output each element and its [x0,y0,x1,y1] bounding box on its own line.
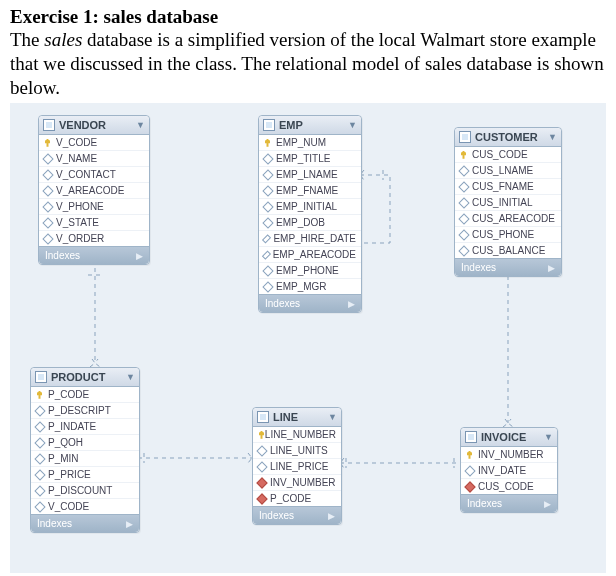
chevron-down-icon[interactable]: ▼ [328,412,337,422]
column-row[interactable]: P_QOH [31,434,139,450]
column-row[interactable]: EMP_AREACODE [259,246,361,262]
column-row[interactable]: P_CODE [253,490,341,506]
column-row[interactable]: V_CONTACT [39,166,149,182]
diamond-icon [460,247,468,255]
table-header[interactable]: VENDOR ▼ [39,116,149,135]
column-row[interactable]: CUS_LNAME [455,162,561,178]
indexes-bar[interactable]: Indexes▶ [31,514,139,532]
column-row[interactable]: EMP_FNAME [259,182,361,198]
column-row[interactable]: V_ORDER [39,230,149,246]
diamond-icon [44,203,52,211]
column-row[interactable]: EMP_INITIAL [259,198,361,214]
table-vendor[interactable]: VENDOR ▼ V_CODEV_NAMEV_CONTACTV_AREACODE… [38,115,150,265]
table-title: CUSTOMER [475,131,538,143]
indexes-bar[interactable]: Indexes▶ [259,294,361,312]
table-icon [465,431,477,443]
table-header[interactable]: LINE ▼ [253,408,341,427]
table-header[interactable]: EMP ▼ [259,116,361,135]
table-header[interactable]: INVOICE ▼ [461,428,557,447]
column-row[interactable]: P_DISCOUNT [31,482,139,498]
triangle-right-icon: ▶ [136,251,143,261]
column-name: V_CONTACT [56,169,116,180]
table-customer[interactable]: CUSTOMER ▼ CUS_CODECUS_LNAMECUS_FNAMECUS… [454,127,562,277]
column-name: V_CODE [48,501,89,512]
column-row[interactable]: EMP_DOB [259,214,361,230]
table-title: LINE [273,411,298,423]
column-name: P_DESCRIPT [48,405,111,416]
column-row[interactable]: INV_NUMBER [461,447,557,462]
column-row[interactable]: CUS_CODE [461,478,557,494]
column-row[interactable]: V_PHONE [39,198,149,214]
column-row[interactable]: CUS_FNAME [455,178,561,194]
column-row[interactable]: P_CODE [31,387,139,402]
column-name: CUS_BALANCE [472,245,545,256]
indexes-label: Indexes [461,262,496,273]
column-row[interactable]: LINE_UNITS [253,442,341,458]
column-row[interactable]: EMP_NUM [259,135,361,150]
column-row[interactable]: P_PRICE [31,466,139,482]
chevron-down-icon[interactable]: ▼ [126,372,135,382]
column-row[interactable]: EMP_MGR [259,278,361,294]
table-header[interactable]: CUSTOMER ▼ [455,128,561,147]
indexes-bar[interactable]: Indexes▶ [39,246,149,264]
column-name: CUS_PHONE [472,229,534,240]
indexes-bar[interactable]: Indexes▶ [253,506,341,524]
table-line[interactable]: LINE ▼ LINE_NUMBERLINE_UNITSLINE_PRICEIN… [252,407,342,525]
column-name: V_STATE [56,217,99,228]
column-row[interactable]: EMP_PHONE [259,262,361,278]
triangle-right-icon: ▶ [544,499,551,509]
chevron-down-icon[interactable]: ▼ [348,120,357,130]
diamond-icon [36,455,44,463]
column-name: P_DISCOUNT [48,485,112,496]
column-name: CUS_INITIAL [472,197,533,208]
diamond-icon [36,423,44,431]
diamond-icon [258,463,266,471]
chevron-down-icon[interactable]: ▼ [544,432,553,442]
diamond-icon [44,155,52,163]
column-row[interactable]: P_INDATE [31,418,139,434]
column-name: EMP_AREACODE [273,249,356,260]
table-emp[interactable]: EMP ▼ EMP_NUMEMP_TITLEEMP_LNAMEEMP_FNAME… [258,115,362,313]
column-row[interactable]: P_MIN [31,450,139,466]
column-name: LINE_PRICE [270,461,328,472]
chevron-down-icon[interactable]: ▼ [136,120,145,130]
column-row[interactable]: CUS_CODE [455,147,561,162]
column-row[interactable]: CUS_BALANCE [455,242,561,258]
column-row[interactable]: CUS_PHONE [455,226,561,242]
diamond-icon [258,495,266,503]
column-name: V_PHONE [56,201,104,212]
diamond-icon [264,155,272,163]
indexes-bar[interactable]: Indexes▶ [461,494,557,512]
column-row[interactable]: P_DESCRIPT [31,402,139,418]
table-icon [459,131,471,143]
column-row[interactable]: CUS_AREACODE [455,210,561,226]
table-invoice[interactable]: INVOICE ▼ INV_NUMBERINV_DATECUS_CODE Ind… [460,427,558,513]
column-row[interactable]: LINE_PRICE [253,458,341,474]
chevron-down-icon[interactable]: ▼ [548,132,557,142]
indexes-bar[interactable]: Indexes▶ [455,258,561,276]
column-name: V_CODE [56,137,97,148]
column-row[interactable]: V_CODE [39,135,149,150]
column-row[interactable]: V_CODE [31,498,139,514]
key-icon [264,139,272,147]
column-row[interactable]: V_STATE [39,214,149,230]
column-row[interactable]: INV_NUMBER [253,474,341,490]
diamond-icon [460,183,468,191]
column-row[interactable]: LINE_NUMBER [253,427,341,442]
table-title: VENDOR [59,119,106,131]
table-title: EMP [279,119,303,131]
column-row[interactable]: EMP_TITLE [259,150,361,166]
column-row[interactable]: CUS_INITIAL [455,194,561,210]
column-name: EMP_LNAME [276,169,338,180]
diamond-icon [36,471,44,479]
column-row[interactable]: INV_DATE [461,462,557,478]
column-row[interactable]: EMP_HIRE_DATE [259,230,361,246]
column-row[interactable]: V_AREACODE [39,182,149,198]
column-row[interactable]: V_NAME [39,150,149,166]
key-icon [466,451,474,459]
column-row[interactable]: EMP_LNAME [259,166,361,182]
table-product[interactable]: PRODUCT ▼ P_CODEP_DESCRIPTP_INDATEP_QOHP… [30,367,140,533]
table-header[interactable]: PRODUCT ▼ [31,368,139,387]
column-list: CUS_CODECUS_LNAMECUS_FNAMECUS_INITIALCUS… [455,147,561,258]
diamond-icon [44,187,52,195]
